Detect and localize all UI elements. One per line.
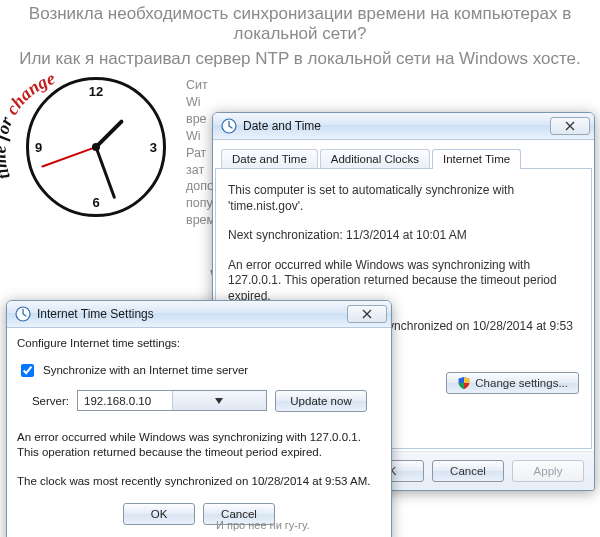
close-button[interactable] xyxy=(347,305,387,323)
server-combobox[interactable]: 192.168.0.10 xyxy=(77,390,267,411)
article-title: Возникла необходимость синхронизации вре… xyxy=(8,4,592,45)
server-value: 192.168.0.10 xyxy=(78,395,172,407)
titlebar[interactable]: Date and Time xyxy=(213,113,594,140)
change-settings-button[interactable]: Change settings... xyxy=(446,372,579,394)
close-button[interactable] xyxy=(550,117,590,135)
settings-heading: Configure Internet time settings: xyxy=(17,336,381,351)
clock-icon xyxy=(15,306,31,322)
update-now-button[interactable]: Update now xyxy=(275,390,367,412)
window-title: Date and Time xyxy=(243,119,550,133)
curved-text-1: time for xyxy=(0,113,17,182)
window-title: Internet Time Settings xyxy=(37,307,347,321)
footer-fragment: И про нее ни гу-гу. xyxy=(216,519,310,531)
internet-time-settings-window: Internet Time Settings Configure Interne… xyxy=(6,300,392,537)
change-settings-label: Change settings... xyxy=(475,377,568,389)
server-label: Server: xyxy=(17,395,69,407)
clock-icon xyxy=(221,118,237,134)
article-subtitle: Или как я настраивал сервер NTP в локаль… xyxy=(8,49,592,69)
apply-button[interactable]: Apply xyxy=(512,460,584,482)
sync-checkbox[interactable] xyxy=(21,364,34,377)
sync-checkbox-row[interactable]: Synchronize with an Internet time server xyxy=(17,361,248,380)
close-icon xyxy=(361,309,373,319)
tab-internet-time[interactable]: Internet Time xyxy=(432,149,521,169)
chevron-down-icon[interactable] xyxy=(172,391,267,410)
sync-checkbox-label: Synchronize with an Internet time server xyxy=(43,364,248,376)
titlebar[interactable]: Internet Time Settings xyxy=(7,301,391,328)
sync-error-text: An error occurred while Windows was sync… xyxy=(228,258,579,305)
sync-error-text: An error occurred while Windows was sync… xyxy=(17,430,381,460)
shield-icon xyxy=(457,376,471,390)
tab-additional-clocks[interactable]: Additional Clocks xyxy=(320,149,430,168)
next-sync-text: Next synchronization: 11/3/2014 at 10:01… xyxy=(228,228,579,244)
last-sync-text: The clock was most recently synchronized… xyxy=(17,474,381,489)
clock-illustration: time for change 12 3 6 9 xyxy=(8,77,178,227)
ok-button[interactable]: OK xyxy=(123,503,195,525)
sync-status-text: This computer is set to automatically sy… xyxy=(228,183,579,214)
tab-strip: Date and Time Additional Clocks Internet… xyxy=(215,142,592,169)
tab-date-and-time[interactable]: Date and Time xyxy=(221,149,318,168)
cancel-button[interactable]: Cancel xyxy=(432,460,504,482)
close-icon xyxy=(564,121,576,131)
